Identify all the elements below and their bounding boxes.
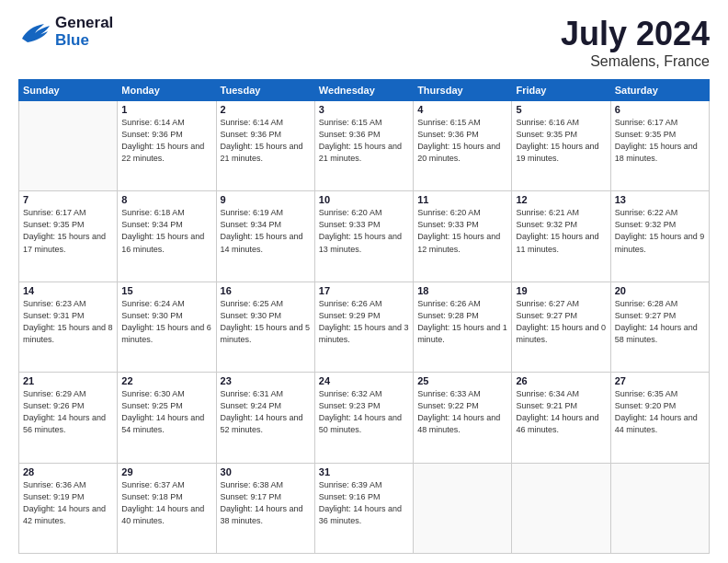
day-info: Sunrise: 6:14 AMSunset: 9:36 PMDaylight:… xyxy=(121,117,211,165)
header: General Blue July 2024 Semalens, France xyxy=(18,15,710,70)
day-number: 11 xyxy=(417,194,507,205)
day-number: 4 xyxy=(417,104,507,115)
day-info: Sunrise: 6:27 AMSunset: 9:27 PMDaylight:… xyxy=(516,298,606,346)
table-row xyxy=(19,101,118,191)
table-row: 2Sunrise: 6:14 AMSunset: 9:36 PMDaylight… xyxy=(216,101,314,191)
day-number: 3 xyxy=(319,104,409,115)
calendar-table: Sunday Monday Tuesday Wednesday Thursday… xyxy=(18,79,710,554)
day-info: Sunrise: 6:28 AMSunset: 9:27 PMDaylight:… xyxy=(615,298,705,346)
table-row: 20Sunrise: 6:28 AMSunset: 9:27 PMDayligh… xyxy=(610,282,709,372)
table-row: 27Sunrise: 6:35 AMSunset: 9:20 PMDayligh… xyxy=(610,373,709,463)
table-row: 15Sunrise: 6:24 AMSunset: 9:30 PMDayligh… xyxy=(118,282,216,372)
day-info: Sunrise: 6:26 AMSunset: 9:29 PMDaylight:… xyxy=(319,298,409,346)
day-info: Sunrise: 6:26 AMSunset: 9:28 PMDaylight:… xyxy=(417,298,507,346)
day-number: 12 xyxy=(516,194,606,205)
day-number: 24 xyxy=(319,375,409,386)
day-number: 8 xyxy=(121,194,211,205)
calendar-week-row: 14Sunrise: 6:23 AMSunset: 9:31 PMDayligh… xyxy=(19,282,710,372)
table-row xyxy=(414,463,512,553)
table-row: 26Sunrise: 6:34 AMSunset: 9:21 PMDayligh… xyxy=(512,373,610,463)
day-number: 22 xyxy=(121,375,211,386)
table-row: 5Sunrise: 6:16 AMSunset: 9:35 PMDaylight… xyxy=(512,101,610,191)
calendar-week-row: 7Sunrise: 6:17 AMSunset: 9:35 PMDaylight… xyxy=(19,191,710,282)
day-number: 29 xyxy=(121,466,211,477)
logo-general-text: General xyxy=(55,15,113,32)
table-row: 3Sunrise: 6:15 AMSunset: 9:36 PMDaylight… xyxy=(314,101,413,191)
day-info: Sunrise: 6:38 AMSunset: 9:17 PMDaylight:… xyxy=(221,479,311,527)
day-info: Sunrise: 6:16 AMSunset: 9:35 PMDaylight:… xyxy=(516,117,606,165)
table-row: 25Sunrise: 6:33 AMSunset: 9:22 PMDayligh… xyxy=(414,373,512,463)
day-number: 21 xyxy=(23,375,113,386)
day-number: 15 xyxy=(121,285,211,296)
table-row: 24Sunrise: 6:32 AMSunset: 9:23 PMDayligh… xyxy=(314,373,413,463)
day-number: 27 xyxy=(615,375,705,386)
day-info: Sunrise: 6:15 AMSunset: 9:36 PMDaylight:… xyxy=(417,117,507,165)
day-info: Sunrise: 6:20 AMSunset: 9:33 PMDaylight:… xyxy=(319,207,409,255)
table-row: 22Sunrise: 6:30 AMSunset: 9:25 PMDayligh… xyxy=(118,373,216,463)
day-info: Sunrise: 6:17 AMSunset: 9:35 PMDaylight:… xyxy=(23,207,113,255)
day-info: Sunrise: 6:30 AMSunset: 9:25 PMDaylight:… xyxy=(121,388,211,436)
day-number: 1 xyxy=(121,104,211,115)
day-number: 18 xyxy=(417,285,507,296)
day-number: 17 xyxy=(319,285,409,296)
table-row: 1Sunrise: 6:14 AMSunset: 9:36 PMDaylight… xyxy=(118,101,216,191)
day-info: Sunrise: 6:19 AMSunset: 9:34 PMDaylight:… xyxy=(221,207,311,255)
day-info: Sunrise: 6:15 AMSunset: 9:36 PMDaylight:… xyxy=(319,117,409,165)
table-row: 14Sunrise: 6:23 AMSunset: 9:31 PMDayligh… xyxy=(19,282,118,372)
calendar-header-row: Sunday Monday Tuesday Wednesday Thursday… xyxy=(19,80,710,101)
day-info: Sunrise: 6:39 AMSunset: 9:16 PMDaylight:… xyxy=(319,479,409,527)
col-wednesday: Wednesday xyxy=(314,80,413,101)
table-row: 8Sunrise: 6:18 AMSunset: 9:34 PMDaylight… xyxy=(118,191,216,282)
day-info: Sunrise: 6:22 AMSunset: 9:32 PMDaylight:… xyxy=(615,207,705,255)
table-row: 31Sunrise: 6:39 AMSunset: 9:16 PMDayligh… xyxy=(314,463,413,553)
day-info: Sunrise: 6:32 AMSunset: 9:23 PMDaylight:… xyxy=(319,388,409,436)
table-row: 12Sunrise: 6:21 AMSunset: 9:32 PMDayligh… xyxy=(512,191,610,282)
day-number: 25 xyxy=(417,375,507,386)
day-info: Sunrise: 6:18 AMSunset: 9:34 PMDaylight:… xyxy=(121,207,211,255)
logo-icon xyxy=(18,18,51,46)
table-row: 7Sunrise: 6:17 AMSunset: 9:35 PMDaylight… xyxy=(19,191,118,282)
logo-name: General Blue xyxy=(55,15,113,49)
calendar-week-row: 21Sunrise: 6:29 AMSunset: 9:26 PMDayligh… xyxy=(19,373,710,463)
col-monday: Monday xyxy=(118,80,216,101)
table-row: 28Sunrise: 6:36 AMSunset: 9:19 PMDayligh… xyxy=(19,463,118,553)
day-number: 19 xyxy=(516,285,606,296)
logo-blue-text: Blue xyxy=(55,32,113,50)
col-sunday: Sunday xyxy=(19,80,118,101)
day-info: Sunrise: 6:17 AMSunset: 9:35 PMDaylight:… xyxy=(615,117,705,165)
day-number: 26 xyxy=(516,375,606,386)
table-row: 9Sunrise: 6:19 AMSunset: 9:34 PMDaylight… xyxy=(216,191,314,282)
day-info: Sunrise: 6:37 AMSunset: 9:18 PMDaylight:… xyxy=(121,479,211,527)
day-number: 30 xyxy=(221,466,311,477)
day-info: Sunrise: 6:34 AMSunset: 9:21 PMDaylight:… xyxy=(516,388,606,436)
col-tuesday: Tuesday xyxy=(216,80,314,101)
table-row: 16Sunrise: 6:25 AMSunset: 9:30 PMDayligh… xyxy=(216,282,314,372)
day-number: 7 xyxy=(23,194,113,205)
day-info: Sunrise: 6:36 AMSunset: 9:19 PMDaylight:… xyxy=(23,479,113,527)
table-row: 4Sunrise: 6:15 AMSunset: 9:36 PMDaylight… xyxy=(414,101,512,191)
day-number: 13 xyxy=(615,194,705,205)
day-number: 23 xyxy=(221,375,311,386)
table-row: 17Sunrise: 6:26 AMSunset: 9:29 PMDayligh… xyxy=(314,282,413,372)
table-row: 11Sunrise: 6:20 AMSunset: 9:33 PMDayligh… xyxy=(414,191,512,282)
day-number: 28 xyxy=(23,466,113,477)
day-info: Sunrise: 6:23 AMSunset: 9:31 PMDaylight:… xyxy=(23,298,113,346)
day-info: Sunrise: 6:35 AMSunset: 9:20 PMDaylight:… xyxy=(615,388,705,436)
location-subtitle: Semalens, France xyxy=(561,53,710,70)
day-number: 20 xyxy=(615,285,705,296)
calendar-week-row: 28Sunrise: 6:36 AMSunset: 9:19 PMDayligh… xyxy=(19,463,710,553)
table-row: 10Sunrise: 6:20 AMSunset: 9:33 PMDayligh… xyxy=(314,191,413,282)
day-number: 2 xyxy=(221,104,311,115)
calendar-week-row: 1Sunrise: 6:14 AMSunset: 9:36 PMDaylight… xyxy=(19,101,710,191)
day-number: 5 xyxy=(516,104,606,115)
day-number: 10 xyxy=(319,194,409,205)
title-block: July 2024 Semalens, France xyxy=(561,15,710,70)
table-row: 21Sunrise: 6:29 AMSunset: 9:26 PMDayligh… xyxy=(19,373,118,463)
day-number: 16 xyxy=(221,285,311,296)
day-info: Sunrise: 6:29 AMSunset: 9:26 PMDaylight:… xyxy=(23,388,113,436)
logo: General Blue xyxy=(18,15,113,49)
day-number: 9 xyxy=(221,194,311,205)
table-row: 29Sunrise: 6:37 AMSunset: 9:18 PMDayligh… xyxy=(118,463,216,553)
table-row: 30Sunrise: 6:38 AMSunset: 9:17 PMDayligh… xyxy=(216,463,314,553)
table-row xyxy=(610,463,709,553)
